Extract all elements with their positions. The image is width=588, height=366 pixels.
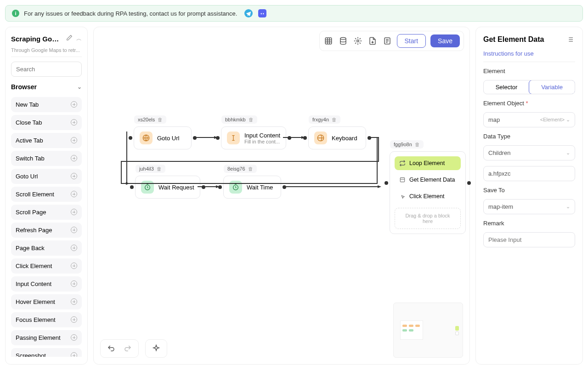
block-item[interactable]: Switch Tab — [11, 151, 82, 166]
port-out[interactable] — [288, 136, 291, 140]
category-header[interactable]: Browser⌄ — [11, 81, 82, 92]
sidebar: Scraping Google... ︿ Through Google Maps… — [5, 27, 88, 365]
svg-rect-1 — [258, 9, 266, 17]
node-wait-request[interactable]: juh4il3🗑 Wait Request — [135, 176, 200, 199]
instructions-link[interactable]: Instructions for use — [483, 50, 575, 62]
block-item[interactable]: Focus Element — [11, 312, 82, 327]
port-in[interactable] — [216, 136, 220, 140]
add-icon[interactable] — [71, 173, 77, 179]
port-in[interactable] — [303, 136, 307, 140]
svg-marker-17 — [126, 182, 130, 185]
block-item[interactable]: Hover Element — [11, 294, 82, 309]
delete-icon[interactable]: 🗑 — [332, 117, 337, 122]
banner-text: For any issues or feedback during RPA te… — [24, 10, 237, 17]
port-in[interactable] — [218, 185, 222, 189]
toggle-selector[interactable]: Selector — [484, 80, 529, 94]
block-item[interactable]: Click Element — [11, 258, 82, 274]
edit-icon[interactable] — [66, 34, 73, 43]
remark-input[interactable] — [483, 232, 575, 247]
node-goto-url[interactable]: xs20els🗑 Goto Url — [134, 126, 192, 149]
minimap[interactable] — [393, 303, 463, 358]
block-item[interactable]: Goto Url — [11, 169, 82, 184]
cursor-icon — [227, 132, 240, 144]
selector-input[interactable]: a.hfpxzc — [483, 166, 575, 181]
collapse-icon[interactable]: ︿ — [76, 35, 82, 43]
block-item[interactable]: Input Content — [11, 276, 82, 292]
info-banner: i For any issues or feedback during RPA … — [5, 5, 583, 22]
add-icon[interactable] — [71, 298, 77, 305]
block-item[interactable]: New Tab — [11, 97, 82, 112]
redo-icon[interactable] — [123, 343, 133, 354]
delete-icon[interactable]: 🗑 — [249, 117, 254, 122]
loop-step-click[interactable]: Click Element — [395, 189, 461, 203]
element-object-select[interactable]: map<Element> ⌄ — [483, 112, 575, 127]
element-mode-toggle[interactable]: Selector Variable — [483, 80, 575, 94]
list-icon[interactable] — [565, 34, 575, 45]
block-item[interactable]: Active Tab — [11, 133, 82, 148]
port-in[interactable] — [129, 136, 132, 140]
add-icon[interactable] — [71, 280, 77, 287]
port-out[interactable] — [202, 185, 205, 189]
add-icon[interactable] — [71, 352, 77, 357]
discord-icon[interactable] — [258, 9, 266, 17]
delete-icon[interactable]: 🗑 — [158, 117, 163, 122]
telegram-icon[interactable] — [244, 9, 253, 17]
add-icon[interactable] — [71, 155, 77, 161]
delete-icon[interactable]: 🗑 — [157, 166, 162, 172]
add-icon[interactable] — [71, 191, 77, 197]
port-out[interactable] — [368, 136, 371, 140]
search-input[interactable] — [11, 62, 82, 77]
click-icon — [399, 193, 406, 200]
chevron-down-icon: ⌄ — [77, 84, 82, 90]
timer-icon — [229, 181, 242, 194]
loop-icon — [399, 160, 406, 166]
add-icon[interactable] — [71, 334, 77, 341]
block-item[interactable]: Close Tab — [11, 115, 82, 130]
loop-step-get-data[interactable]: Get Element Data — [395, 173, 461, 187]
node-input-content[interactable]: bbhkmkb🗑 Input ContentFill in the cont..… — [221, 126, 286, 149]
toggle-variable[interactable]: Variable — [529, 80, 575, 94]
add-icon[interactable] — [71, 137, 77, 143]
sparkle-icon[interactable] — [151, 343, 161, 354]
add-icon[interactable] — [71, 101, 77, 108]
drop-zone[interactable]: Drag & drop a block here — [395, 208, 461, 229]
globe-icon — [140, 132, 153, 144]
panel-title: Get Element Data — [483, 35, 544, 44]
add-icon[interactable] — [71, 119, 77, 126]
canvas-area[interactable]: Start Save xs20els🗑 Goto Url bbhkmkb🗑 In… — [93, 27, 470, 365]
data-type-select[interactable]: Children⌄ — [483, 145, 575, 160]
svg-marker-21 — [378, 185, 381, 188]
save-to-select[interactable]: map-item⌄ — [483, 199, 575, 214]
block-item[interactable]: Scroll Page — [11, 205, 82, 220]
node-loop[interactable]: fgg9o8n🗑 Loop Element Get Element Data C… — [390, 151, 466, 234]
block-item[interactable]: Scroll Element — [11, 187, 82, 202]
loop-header[interactable]: Loop Element — [395, 156, 461, 170]
add-icon[interactable] — [71, 209, 77, 215]
add-icon[interactable] — [71, 316, 77, 323]
svg-point-3 — [263, 13, 264, 14]
port-out[interactable] — [193, 136, 197, 140]
info-icon: i — [12, 10, 19, 17]
port-out[interactable] — [283, 185, 286, 189]
add-icon[interactable] — [71, 227, 77, 233]
block-list: New TabClose TabActive TabSwitch TabGoto… — [11, 97, 82, 357]
port-in[interactable] — [384, 181, 388, 185]
block-item[interactable]: Screenshot — [11, 348, 82, 357]
element-label: Element — [483, 68, 575, 74]
delete-icon[interactable]: 🗑 — [415, 142, 420, 147]
workflow-title: Scraping Google... — [11, 35, 62, 43]
undo-icon[interactable] — [106, 343, 116, 354]
delete-icon[interactable]: 🗑 — [248, 166, 253, 172]
node-wait-time[interactable]: 8eisg76🗑 Wait Time — [223, 176, 281, 199]
keyboard-icon — [314, 132, 327, 144]
workflow-subtitle: Through Google Maps to retr... — [11, 47, 82, 57]
port-out[interactable] — [467, 181, 471, 185]
add-icon[interactable] — [71, 263, 77, 269]
block-item[interactable]: Passing Element — [11, 330, 82, 345]
port-in[interactable] — [130, 185, 134, 189]
add-icon[interactable] — [71, 245, 77, 251]
svg-rect-12 — [400, 177, 404, 182]
block-item[interactable]: Page Back — [11, 240, 82, 256]
node-keyboard[interactable]: frxgy4n🗑 Keyboard — [308, 126, 366, 149]
block-item[interactable]: Refresh Page — [11, 223, 82, 238]
